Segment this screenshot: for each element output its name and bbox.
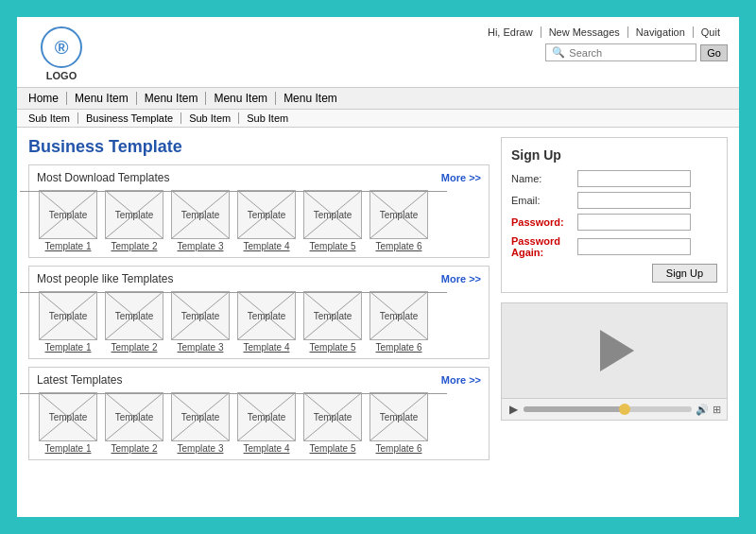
go-button[interactable]: Go xyxy=(700,44,728,61)
subnav-item-3[interactable]: Sub Item xyxy=(181,112,239,124)
template-thumb-label: Template xyxy=(248,412,286,422)
subnav-business-template[interactable]: Business Template xyxy=(78,112,181,124)
template-thumb-label: Template xyxy=(314,311,352,321)
logo-area: ® LOGO xyxy=(28,26,94,81)
input-email[interactable] xyxy=(577,192,691,209)
top-link-quit[interactable]: Quit xyxy=(694,26,728,38)
template-thumbnail[interactable]: Template xyxy=(303,190,362,239)
template-sub-label[interactable]: Template 6 xyxy=(376,342,422,353)
template-thumbnail[interactable]: Template xyxy=(105,291,163,340)
search-bar: 🔍 Go xyxy=(545,43,728,61)
video-screen[interactable] xyxy=(502,303,727,398)
signup-box: Sign Up Name: Email: Password: Password … xyxy=(501,137,728,293)
template-sub-label[interactable]: Template 2 xyxy=(112,241,158,251)
template-sub-label[interactable]: Template 4 xyxy=(244,342,290,353)
template-thumbnail[interactable]: Template xyxy=(105,190,163,239)
template-thumbnail[interactable]: Template xyxy=(171,392,230,441)
template-thumb-label: Template xyxy=(49,412,88,422)
templates-row-3: Template Template 1 Template Template 2 xyxy=(37,392,481,454)
template-sub-label[interactable]: Template 2 xyxy=(112,342,158,353)
template-thumbnail[interactable]: Template xyxy=(171,291,230,340)
template-sub-label[interactable]: Template 3 xyxy=(178,342,224,353)
page-title: Business Template xyxy=(28,137,490,157)
input-name[interactable] xyxy=(577,170,691,187)
progress-bar[interactable] xyxy=(524,406,692,412)
template-thumbnail[interactable]: Template xyxy=(237,392,296,441)
nav-item-4[interactable]: Menu Item xyxy=(276,92,345,105)
template-thumb-label: Template xyxy=(380,412,419,422)
top-link-navigation[interactable]: Navigation xyxy=(628,26,694,38)
play-pause-button[interactable]: ▶ xyxy=(507,403,520,416)
template-thumbnail[interactable]: Template xyxy=(369,392,428,441)
template-thumbnail[interactable]: Template xyxy=(369,291,428,340)
top-link-hi[interactable]: Hi, Edraw xyxy=(480,26,541,38)
nav-primary: Home Menu Item Menu Item Menu Item Menu … xyxy=(17,88,739,110)
template-thumb-label: Template xyxy=(380,311,419,321)
template-sub-label[interactable]: Template 2 xyxy=(112,443,158,454)
video-controls: ▶ 🔊 ⊞ xyxy=(502,398,727,420)
template-thumbnail[interactable]: Template xyxy=(369,190,428,239)
template-thumbnail[interactable]: Template xyxy=(237,190,296,239)
more-link-3[interactable]: More >> xyxy=(441,374,481,386)
list-item: Template Template 1 xyxy=(37,190,99,251)
search-input-wrapper: 🔍 xyxy=(545,43,696,61)
template-thumb-label: Template xyxy=(181,412,220,422)
template-thumbnail[interactable]: Template xyxy=(39,392,97,441)
template-sub-label[interactable]: Template 5 xyxy=(310,443,356,454)
section-most-liked: Most people like Templates More >> Templ… xyxy=(28,266,490,359)
template-thumbnail[interactable]: Template xyxy=(39,291,97,340)
top-link-messages[interactable]: New Messages xyxy=(541,26,628,38)
fullscreen-icon[interactable]: ⊞ xyxy=(713,404,721,416)
more-link-1[interactable]: More >> xyxy=(441,172,481,183)
list-item: Template Template 5 xyxy=(301,392,364,454)
volume-icon[interactable]: 🔊 xyxy=(696,404,709,416)
template-sub-label[interactable]: Template 1 xyxy=(45,342,92,353)
template-thumb-label: Template xyxy=(115,412,154,422)
logo-text: LOGO xyxy=(46,70,77,81)
label-password-again: Password Again: xyxy=(511,235,577,258)
template-sub-label[interactable]: Template 1 xyxy=(45,241,92,251)
nav-secondary: Sub Item Business Template Sub Item Sub … xyxy=(17,110,739,128)
form-row-email: Email: xyxy=(511,192,717,209)
nav-home[interactable]: Home xyxy=(28,92,67,105)
list-item: Template Template 3 xyxy=(169,392,232,454)
template-sub-label[interactable]: Template 6 xyxy=(376,443,422,454)
list-item: Template Template 4 xyxy=(235,392,298,454)
progress-fill xyxy=(524,406,625,412)
section-title-2: Most people like Templates xyxy=(37,272,174,285)
input-password[interactable] xyxy=(577,214,691,231)
list-item: Template Template 5 xyxy=(301,291,364,353)
template-thumbnail[interactable]: Template xyxy=(171,190,230,239)
signup-button[interactable]: Sign Up xyxy=(652,264,717,283)
section-header-1: Most Download Templates More >> xyxy=(37,171,481,184)
template-sub-label[interactable]: Template 4 xyxy=(244,241,290,251)
input-password-again[interactable] xyxy=(577,238,691,255)
subnav-item-1[interactable]: Sub Item xyxy=(28,112,78,124)
list-item: Template Template 1 xyxy=(37,291,99,353)
template-thumbnail[interactable]: Template xyxy=(303,392,362,441)
label-password: Password: xyxy=(511,216,577,228)
template-sub-label[interactable]: Template 3 xyxy=(178,443,224,454)
template-sub-label[interactable]: Template 1 xyxy=(45,443,92,454)
section-header-2: Most people like Templates More >> xyxy=(37,272,481,285)
nav-item-1[interactable]: Menu Item xyxy=(67,92,137,105)
subnav-item-4[interactable]: Sub Item xyxy=(239,112,296,124)
template-thumbnail[interactable]: Template xyxy=(39,190,97,239)
list-item: Template Template 6 xyxy=(368,190,430,251)
template-thumbnail[interactable]: Template xyxy=(237,291,296,340)
progress-knob[interactable] xyxy=(619,404,630,415)
template-thumbnail[interactable]: Template xyxy=(303,291,362,340)
template-sub-label[interactable]: Template 3 xyxy=(178,241,224,251)
template-sub-label[interactable]: Template 5 xyxy=(310,342,356,353)
nav-item-2[interactable]: Menu Item xyxy=(137,92,207,105)
template-thumbnail[interactable]: Template xyxy=(105,392,163,441)
list-item: Template Template 1 xyxy=(37,392,99,454)
search-input[interactable] xyxy=(569,47,682,59)
more-link-2[interactable]: More >> xyxy=(441,273,481,284)
content-area: Business Template Most Download Template… xyxy=(17,128,739,477)
template-thumb-label: Template xyxy=(181,210,220,220)
nav-item-3[interactable]: Menu Item xyxy=(206,92,276,105)
template-sub-label[interactable]: Template 5 xyxy=(310,241,356,251)
template-sub-label[interactable]: Template 4 xyxy=(244,443,290,454)
template-sub-label[interactable]: Template 6 xyxy=(376,241,422,251)
